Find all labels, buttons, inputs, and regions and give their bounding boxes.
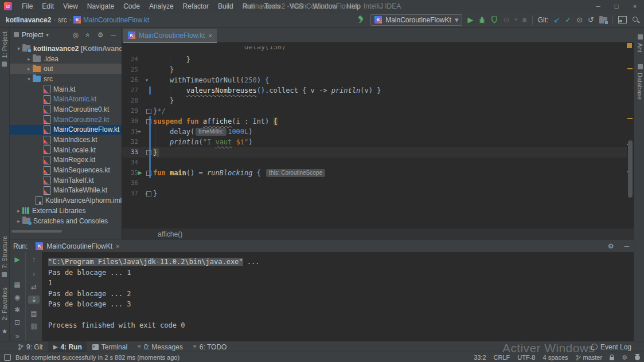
breadcrumb-function[interactable]: affiche() <box>158 230 182 238</box>
fold-arrow-icon[interactable]: ▾ <box>145 75 149 85</box>
tree-item-mainlocale-kt[interactable]: MainLocale.kt <box>9 145 122 155</box>
code-line-29[interactable]: }*/ <box>153 106 166 116</box>
sidebar-item-structure[interactable]: 7: Structure <box>1 236 8 279</box>
project-view-select[interactable]: Project ▾ <box>14 30 49 39</box>
tree-item-maincoroutine2-kt[interactable]: MainCoroutine2.kt <box>9 115 122 125</box>
close-tab-icon[interactable]: × <box>116 243 119 250</box>
code-line-31[interactable]: delay(timeMillis:1000L) <box>153 127 253 137</box>
panel-settings-button[interactable]: ⚙ <box>97 31 104 39</box>
code-line-partial[interactable]: delay(150) <box>244 42 286 52</box>
code-line-25[interactable]: } <box>153 65 174 75</box>
tool-windows-icon[interactable] <box>618 16 627 23</box>
sidebar-item-database[interactable]: Database <box>637 62 643 100</box>
tree-item-maincoroutine0-kt[interactable]: MainCoroutine0.kt <box>9 104 122 115</box>
git-commit-button[interactable]: ✓ <box>565 13 571 27</box>
more-actions-button[interactable]: » <box>9 332 25 340</box>
expand-arrow-icon[interactable]: ▸ <box>15 208 22 214</box>
tree-item-scratches[interactable]: ▸ Scratches and Consoles <box>9 216 122 226</box>
search-everywhere-icon[interactable] <box>632 16 639 23</box>
code-line-30[interactable]: suspend fun affiche(i : Int) { <box>153 116 278 127</box>
hide-panel-button[interactable]: ─ <box>111 31 116 39</box>
print-button[interactable]: ▤ <box>26 309 42 317</box>
close-tab-icon[interactable]: × <box>208 32 212 39</box>
fold-start-icon[interactable] <box>146 119 151 124</box>
git-branch-widget[interactable]: master <box>576 354 603 361</box>
coverage-button[interactable] <box>491 16 498 23</box>
background-tasks-icon[interactable] <box>4 354 11 361</box>
tree-item-main-kt[interactable]: Main.kt <box>9 84 122 95</box>
code-line-27[interactable]: valeursNombreuses().collect { v -> print… <box>153 85 381 96</box>
status-message[interactable]: Build completed successfully in 2 s 882 … <box>15 354 179 361</box>
up-stacktrace-button[interactable]: ↑ <box>26 255 42 263</box>
toolbar-tab-terminal[interactable]: Terminal <box>87 341 132 352</box>
menu-analyze[interactable]: Analyze <box>145 2 178 10</box>
down-stacktrace-button[interactable]: ↓ <box>26 269 42 277</box>
fold-end-icon[interactable] <box>146 150 151 155</box>
tree-item-mainsequences-kt[interactable]: MainSequences.kt <box>9 165 122 175</box>
soft-wrap-button[interactable]: ⇄ <box>26 283 42 291</box>
toolbar-tab-git[interactable]: 9: Git <box>13 341 48 352</box>
tree-item-out[interactable]: ▸ out <box>9 64 122 74</box>
menu-code[interactable]: Code <box>119 2 145 10</box>
editor-tab-maincoroutineflow[interactable]: K MainCoroutineFlow.kt × <box>123 29 217 43</box>
rerun-button[interactable]: ▶ <box>9 255 25 263</box>
debug-button[interactable] <box>478 16 486 24</box>
close-button[interactable]: × <box>626 0 644 13</box>
code-line-37[interactable]: } <box>153 188 157 199</box>
code-line-35[interactable]: fun main() = runBlocking { this: Corouti… <box>153 168 326 178</box>
breadcrumb-src[interactable]: src <box>58 16 67 24</box>
tree-item-maincoroutineflow-kt[interactable]: MainCoroutineFlow.kt <box>9 125 122 135</box>
tree-item-iml-file[interactable]: KotlinAvanceAlphorm.iml <box>9 195 122 206</box>
notifications-icon[interactable]: ⚙ <box>622 354 627 361</box>
git-update-button[interactable]: ↙ <box>553 13 560 27</box>
stop-button[interactable]: ▦ <box>9 281 25 289</box>
menu-file[interactable]: File <box>17 2 37 10</box>
error-stripe-warning-marker[interactable] <box>627 43 632 48</box>
exit-button[interactable]: ⊡ <box>9 318 25 326</box>
run-line-icon[interactable]: ▶ <box>138 168 142 178</box>
profiler-dropdown-icon[interactable]: ▾ <box>514 13 517 27</box>
toolbar-tab-todo[interactable]: ≡ 6: TODO <box>188 341 232 352</box>
run-configuration-select[interactable]: K MainCoroutineFlowKt ▾ <box>370 14 462 26</box>
event-log-button[interactable]: Event Log <box>591 343 631 351</box>
locate-file-button[interactable]: ◎ <box>73 31 79 39</box>
menu-build[interactable]: Build <box>213 2 238 10</box>
tree-item-mainindices-kt[interactable]: MainIndices.kt <box>9 135 122 145</box>
minimize-button[interactable]: ─ <box>589 0 607 13</box>
code-line-32[interactable]: println("I vaut $i") <box>153 137 252 147</box>
sidebar-item-ant[interactable]: Ant <box>637 33 643 53</box>
rollback-button[interactable]: ↺ <box>588 13 594 27</box>
warning-tick[interactable] <box>627 118 633 119</box>
tree-item-idea[interactable]: ▸ .idea <box>9 54 122 64</box>
caret-position[interactable]: 33:2 <box>474 354 486 361</box>
menu-edit[interactable]: Edit <box>37 2 58 10</box>
sidebar-item-project[interactable]: 1: Project <box>1 32 8 69</box>
collapse-all-button[interactable]: « <box>84 33 92 37</box>
run-tab[interactable]: K MainCoroutineFlowKt × <box>36 242 119 250</box>
tree-item-mainregex-kt[interactable]: MainRegex.kt <box>9 155 122 166</box>
clear-console-button[interactable]: ▥ <box>26 322 42 330</box>
console-output[interactable]: "C:\Program Files\Java\jdk-11.0.2\bin\ja… <box>45 252 644 341</box>
profiler-button[interactable]: ⊙ <box>503 13 509 27</box>
fold-end-icon[interactable] <box>146 109 151 114</box>
project-structure-icon[interactable] <box>599 17 607 23</box>
sidebar-item-favorites[interactable]: 2: Favorites <box>1 288 8 320</box>
code-editor[interactable]: 24 25 26 27 28 29 30 31 32 33 34 35 36 3… <box>122 42 634 229</box>
breadcrumb-file[interactable]: MainCoroutineFlow.kt <box>83 16 149 24</box>
line-separator[interactable]: CRLF <box>494 354 510 361</box>
stop-button[interactable]: ■ <box>522 13 527 27</box>
code-line-26[interactable]: withTimeoutOrNull(250) { <box>153 75 269 85</box>
maximize-button[interactable]: □ <box>607 0 626 13</box>
history-button[interactable]: ⊙ <box>576 13 583 27</box>
tree-item-src[interactable]: ▾ src <box>9 74 122 84</box>
menu-view[interactable]: View <box>58 2 83 10</box>
expand-arrow-icon[interactable]: ▸ <box>15 218 22 224</box>
tree-item-external-libraries[interactable]: ▸ External Libraries <box>9 206 122 216</box>
toolbar-tab-run[interactable]: ▶ 4: Run <box>48 341 87 352</box>
toolbar-tab-messages[interactable]: ≡ 0: Messages <box>132 341 188 352</box>
tree-item-maintakewhile-kt[interactable]: MainTakeWhile.kt <box>9 186 122 196</box>
expand-arrow-icon[interactable]: ▾ <box>15 46 22 52</box>
code-line-24[interactable]: } <box>153 54 190 65</box>
thread-dump-button[interactable]: ◉ <box>9 293 25 301</box>
menu-refactor[interactable]: Refactor <box>178 2 213 10</box>
